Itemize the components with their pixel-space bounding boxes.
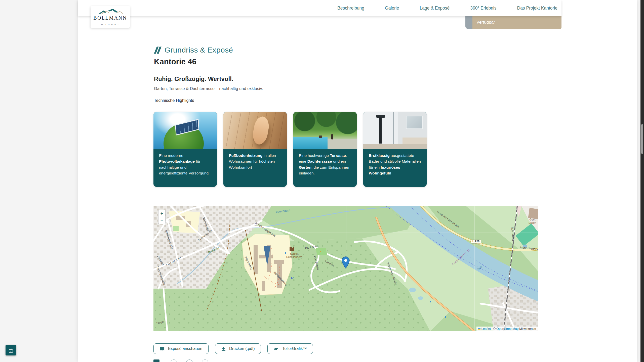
expose-anschauen-button[interactable]: Exposé anschauen: [153, 343, 209, 354]
highlights-label: Technische Highlights: [154, 98, 194, 103]
availability-ribbon: Verfügbar: [465, 16, 561, 29]
partial-circle-icon[interactable]: [202, 359, 208, 362]
nav-das-projekt-kantorie[interactable]: Das Projekt Kantorie: [517, 6, 558, 11]
photovoltaic-image: [153, 112, 217, 149]
drucken-pdf-button[interactable]: Drucken (.pdf): [215, 343, 261, 354]
nav-lage-expose[interactable]: Lage & Exposé: [420, 6, 450, 11]
scrollbar[interactable]: [640, 0, 644, 362]
action-buttons: Exposé anschauen Drucken (.pdf) TellerGr…: [153, 343, 313, 354]
highlight-cards: Eine moderne Photovoltaikanlage für nach…: [153, 112, 427, 187]
bathroom-image: [363, 112, 427, 149]
header: Beschreibung Galerie Lage & Exposé 360° …: [78, 0, 561, 16]
partial-circle-icon[interactable]: [186, 359, 193, 362]
section-eyebrow: Grundriss & Exposé: [153, 46, 233, 54]
house-upload-icon: [274, 347, 279, 351]
flag-icon: [478, 328, 480, 330]
brand-name: BOLLMANN: [93, 15, 127, 21]
vanity-shape: [403, 138, 427, 144]
subline: Garten, Terrasse & Dachterrasse – nachha…: [154, 86, 263, 91]
person-shape: [331, 134, 333, 140]
card-text: Fußbodenheizung in allen Wohnräumen für …: [223, 149, 287, 170]
button-label: TellerGrafik™: [282, 346, 307, 351]
availability-badge: Verfügbar: [472, 16, 561, 29]
card-baeder: Erstklassig ausgestattete Bäder und stil…: [363, 112, 427, 187]
card-photovoltaik: Eine moderne Photovoltaikanlage für nach…: [153, 112, 217, 187]
map-marker-pin[interactable]: [342, 256, 350, 268]
map-tiles: [153, 206, 538, 331]
foot-shape: [251, 115, 271, 146]
scrollbar-thumb[interactable]: [641, 124, 643, 154]
mirror-shape: [406, 116, 423, 129]
brand-subtitle: GRUPPE: [100, 23, 121, 26]
glass-shape: [371, 112, 371, 149]
button-label: Exposé anschauen: [168, 346, 202, 351]
person-shape: [319, 135, 322, 138]
attribution-suffix: Mitwirkende: [519, 327, 536, 331]
privacy-lock-button[interactable]: [6, 345, 16, 355]
terrace-pool-image: [293, 112, 357, 149]
nav-galerie[interactable]: Galerie: [385, 6, 399, 11]
ribbon-fold: [465, 16, 472, 29]
mountains-logo-icon: [95, 8, 125, 15]
glass-shape: [393, 112, 394, 149]
card-terrasse-garten: Eine hochwertige Terrasse, eine Dachterr…: [293, 112, 357, 187]
button-label: Drucken (.pdf): [229, 346, 255, 351]
book-icon: [160, 347, 165, 351]
zoom-in-button[interactable]: +: [158, 210, 165, 217]
deck-shape: [328, 139, 357, 149]
content-sheet: Beschreibung Galerie Lage & Exposé 360° …: [78, 0, 637, 362]
page-title: Kantorie 46: [154, 57, 196, 66]
card-text: Eine hochwertige Terrasse, eine Dachterr…: [293, 149, 357, 176]
tellergrafik-button[interactable]: TellerGrafik™: [267, 343, 313, 354]
partial-action-icons: [153, 359, 208, 362]
attribution-separator: , ©: [492, 327, 496, 331]
osm-link[interactable]: OpenStreetMap: [496, 327, 518, 331]
card-text: Eine moderne Photovoltaikanlage für nach…: [153, 149, 217, 176]
partial-circle-icon[interactable]: [171, 359, 177, 362]
headline: Ruhig. Großzügig. Wertvoll.: [154, 75, 233, 82]
floor-shape: [363, 144, 427, 149]
partial-book-icon[interactable]: [153, 359, 159, 362]
map-zoom-control: + −: [158, 210, 166, 224]
brand-logo[interactable]: BOLLMANN GRUPPE: [91, 6, 130, 28]
double-slash-icon: [153, 47, 162, 54]
zoom-out-button[interactable]: −: [158, 217, 165, 224]
main-nav: Beschreibung Galerie Lage & Exposé 360° …: [337, 0, 557, 16]
nav-360-erlebnis[interactable]: 360° Erlebnis: [470, 6, 496, 11]
card-text: Erstklassig ausgestattete Bäder und stil…: [363, 149, 427, 176]
download-icon: [221, 347, 226, 351]
location-map[interactable]: BorschbachSchellenbergstraßeWehrstraßeKu…: [153, 206, 538, 331]
map-attribution: Leaflet, © OpenStreetMap Mitwirkende: [476, 327, 538, 331]
floor-heating-image: [223, 112, 287, 149]
shower-shape: [379, 117, 382, 144]
lock-icon: [9, 349, 13, 353]
leaflet-link[interactable]: Leaflet: [481, 327, 491, 331]
nav-beschreibung[interactable]: Beschreibung: [337, 6, 364, 11]
logo-divider: [95, 22, 125, 22]
section-eyebrow-label: Grundriss & Exposé: [165, 46, 233, 54]
pool-shape: [293, 137, 328, 149]
card-fussbodenheizung: Fußbodenheizung in allen Wohnräumen für …: [223, 112, 287, 187]
